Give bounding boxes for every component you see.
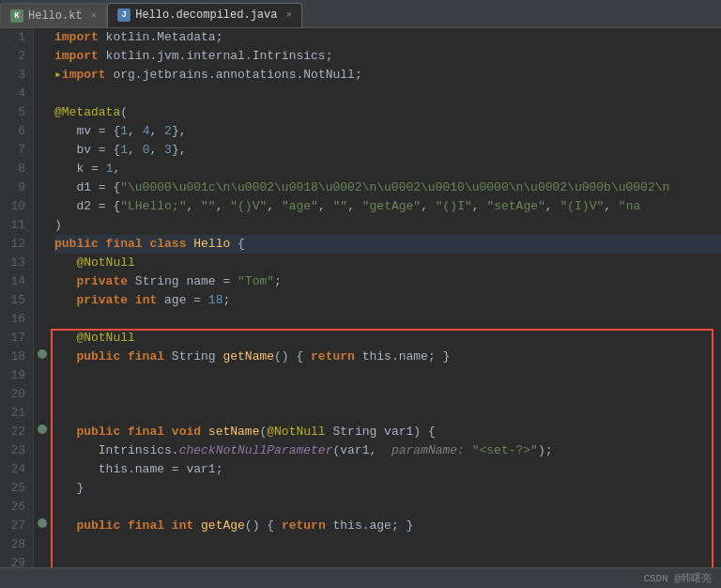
str-10g: "()I"	[436, 197, 472, 216]
method-setname-22: setName	[208, 423, 260, 441]
tab-hello-decompiled[interactable]: J Hello.decompiled.java ×	[107, 3, 302, 27]
code-line-11: )	[54, 216, 721, 235]
code-line-7: bv = {1, 0, 3},	[54, 141, 721, 160]
intrinsics-23: Intrinsics.	[99, 441, 179, 460]
c-7b: ,	[149, 141, 164, 160]
indent-25	[54, 479, 76, 498]
line-num-23: 23	[8, 441, 25, 460]
code-area[interactable]: import kotlin.Metadata; import kotlin.jv…	[51, 28, 721, 567]
tab-hello-kt-label: Hello.kt	[28, 9, 83, 23]
line-num-18: 18	[8, 348, 25, 366]
d1-9: d1 = {	[76, 178, 120, 197]
line-num-9: 9	[8, 178, 25, 197]
fold-marker-3: ▸	[54, 66, 62, 85]
code-line-26	[54, 498, 721, 517]
line-numbers: 1 2 3 4 5 6 7 8 9 10 11 12 13 14 15 16 1…	[0, 28, 34, 567]
paren-5: (	[120, 103, 128, 122]
str-10i: "(I)V"	[560, 197, 604, 216]
this-age-27: this.age; }	[332, 517, 413, 535]
gutter-line-22	[36, 423, 49, 436]
param-hint-23: paramName:	[384, 441, 472, 460]
run-icon-18[interactable]	[38, 349, 47, 359]
c-7: ,	[128, 141, 143, 160]
code-line-28	[54, 535, 721, 554]
indent-18	[54, 348, 76, 366]
c-10b: ,	[216, 197, 231, 216]
str-setq-23: "<set-?>"	[472, 441, 538, 460]
semi-15: ;	[222, 291, 230, 310]
kw-public-12: public	[54, 235, 106, 254]
tab-hello-decompiled-close[interactable]: ×	[285, 9, 292, 21]
gutter-line-27	[36, 517, 49, 530]
c-6: ,	[128, 122, 143, 141]
line-num-14: 14	[8, 272, 25, 291]
num-8: 1	[106, 160, 114, 178]
c-10f: ,	[421, 197, 436, 216]
line-num-19: 19	[8, 366, 25, 385]
kw-private-15: private	[76, 291, 134, 310]
code-line-17: @NotNull	[54, 329, 721, 348]
c-6c: },	[172, 122, 187, 141]
this-name-18: this.name; }	[362, 348, 451, 366]
str-10b: ""	[201, 197, 216, 216]
code-line-20	[54, 385, 721, 404]
line-num-17: 17	[8, 329, 25, 348]
c-10g: ,	[472, 197, 487, 216]
annotation-5: @Metadata	[54, 103, 120, 122]
annotation-22: @NotNull	[267, 423, 325, 441]
code-line-14: private String name = "Tom";	[54, 272, 721, 291]
indent-15	[54, 291, 76, 310]
code-line-9: d1 = {"\u0000\u001c\n\u0002\u0018\u0002\…	[54, 178, 721, 197]
run-icon-22[interactable]	[38, 425, 47, 434]
num-7c: 3	[164, 141, 172, 160]
c-10h: ,	[545, 197, 560, 216]
run-icon-27[interactable]	[38, 518, 47, 528]
str-10e: ""	[333, 197, 348, 216]
gutter-line-18	[36, 348, 49, 361]
code-line-15: private int age = 18;	[54, 291, 721, 310]
class-1: Metadata	[157, 28, 215, 47]
tab-hello-kt-close[interactable]: ×	[91, 10, 98, 22]
class-3: NotNull	[303, 66, 355, 85]
line-num-16: 16	[8, 310, 25, 329]
pkg-3: org.jetbrains.annotations.	[113, 66, 303, 85]
parens-18: () {	[274, 348, 311, 366]
line-num-6: 6	[8, 122, 25, 141]
str-tom-14: "Tom"	[238, 272, 274, 291]
brace-12: {	[238, 235, 245, 254]
line-num-26: 26	[8, 498, 25, 517]
str-10h: "setAge"	[486, 197, 545, 216]
semi-14: ;	[274, 272, 282, 291]
kw-public-22: public	[76, 423, 128, 441]
code-line-1: import kotlin.Metadata;	[54, 28, 721, 47]
class-2: Intrinsics	[253, 47, 326, 66]
c-10e: ,	[347, 197, 362, 216]
close-25: }	[76, 479, 84, 498]
code-line-4	[54, 85, 721, 103]
method-checknull-23: checkNotNullParameter	[179, 441, 333, 460]
annotation-17: @NotNull	[76, 329, 134, 348]
kw-int-27: int	[172, 517, 201, 535]
kw-final-18: final	[128, 348, 172, 366]
semi-2: ;	[326, 47, 333, 66]
class-hello-12: Hello	[193, 235, 238, 254]
num-7: 1	[120, 141, 128, 160]
str-9: "\u0000\u001c\n\u0002\u0018\u0002\n\u000…	[120, 178, 669, 197]
code-line-16	[54, 310, 721, 329]
d2-10: d2 = {	[76, 197, 120, 216]
c-10i: ,	[604, 197, 619, 216]
kw-void-22: void	[172, 423, 208, 441]
indent-27	[54, 517, 76, 535]
line-num-15: 15	[8, 291, 25, 310]
kw-class-12: class	[149, 235, 193, 254]
line-num-5: 5	[8, 103, 25, 122]
java-file-icon: J	[117, 8, 130, 22]
tab-hello-kt[interactable]: K Hello.kt ×	[0, 3, 107, 27]
var-name-14: name =	[186, 272, 238, 291]
indent-22	[54, 423, 76, 441]
kw-import-2: import	[54, 47, 106, 66]
editor: 1 2 3 4 5 6 7 8 9 10 11 12 13 14 15 16 1…	[0, 28, 721, 567]
gutter	[34, 28, 51, 567]
code-line-3: ▸import org.jetbrains.annotations.NotNul…	[54, 66, 721, 85]
num-6b: 4	[143, 122, 150, 141]
